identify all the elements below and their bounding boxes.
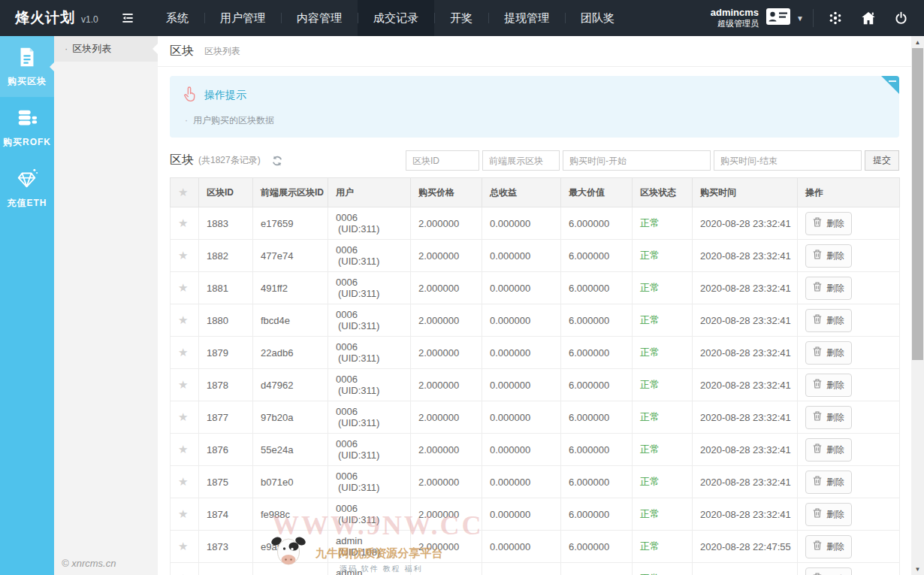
cell-price: 2.000000 bbox=[411, 272, 482, 304]
collapse-menu-icon[interactable] bbox=[120, 11, 135, 26]
vertical-scrollbar[interactable]: ▲ ▼ bbox=[911, 36, 924, 575]
user-dropdown[interactable]: admincms 超级管理员 ▼ bbox=[711, 7, 813, 29]
favorite-star-icon[interactable]: ★ bbox=[178, 410, 188, 423]
cell-user: 0006 bbox=[336, 244, 403, 256]
collapse-corner-button[interactable] bbox=[881, 76, 899, 94]
front-id-input[interactable] bbox=[482, 150, 560, 171]
favorite-star-icon[interactable]: ★ bbox=[178, 313, 188, 326]
cell-max-value: 6.000000 bbox=[561, 531, 633, 563]
cell-max-value: 6.000000 bbox=[561, 498, 633, 531]
favorite-star-icon[interactable]: ★ bbox=[178, 346, 188, 359]
menu-item[interactable]: 系统 bbox=[150, 0, 204, 36]
favorite-star-icon[interactable]: ★ bbox=[178, 249, 188, 262]
status-badge: 正常 bbox=[640, 540, 660, 552]
cell-income: 0.000000 bbox=[482, 337, 561, 369]
sidebar-item-buy-rofk[interactable]: 购买ROFK bbox=[0, 97, 54, 158]
id-card-icon bbox=[765, 7, 791, 29]
favorite-star-icon[interactable]: ★ bbox=[178, 507, 188, 520]
record-count: (共1827条记录) bbox=[198, 154, 261, 167]
cell-income: 0.000000 bbox=[482, 369, 561, 401]
delete-button[interactable]: 删除 bbox=[805, 309, 852, 332]
scroll-up-arrow[interactable]: ▲ bbox=[911, 36, 924, 48]
block-id-input[interactable] bbox=[406, 150, 479, 171]
time-start-input[interactable] bbox=[563, 150, 711, 171]
sidebar-item-buy-block[interactable]: 购买区块 bbox=[0, 36, 54, 97]
cell-front-id: 34e53a bbox=[253, 563, 328, 575]
time-end-input[interactable] bbox=[714, 150, 862, 171]
cell-max-value: 6.000000 bbox=[561, 240, 633, 272]
chevron-down-icon: ▼ bbox=[796, 14, 804, 23]
sidebar-item-recharge-eth[interactable]: 充值ETH bbox=[0, 158, 54, 219]
trash-icon bbox=[813, 540, 822, 552]
delete-button[interactable]: 删除 bbox=[805, 341, 852, 365]
cell-block-id: 1881 bbox=[199, 272, 253, 304]
delete-button[interactable]: 删除 bbox=[805, 212, 852, 235]
delete-button[interactable]: 删除 bbox=[805, 277, 852, 300]
breadcrumb: 区块 区块列表 bbox=[158, 36, 911, 67]
minus-icon bbox=[889, 80, 896, 82]
status-badge: 正常 bbox=[640, 443, 660, 455]
scrollbar-thumb[interactable] bbox=[912, 48, 923, 360]
favorite-star-icon[interactable]: ★ bbox=[178, 216, 188, 229]
cell-block-id: 1877 bbox=[199, 401, 253, 434]
delete-button[interactable]: 删除 bbox=[805, 471, 852, 494]
refresh-icon[interactable] bbox=[271, 155, 283, 167]
clear-cache-icon[interactable] bbox=[827, 10, 844, 26]
cell-max-value: 6.000000 bbox=[561, 272, 633, 304]
app-version: v1.0 bbox=[81, 14, 98, 25]
diamond-icon bbox=[16, 180, 38, 192]
cell-front-id: 477e74 bbox=[253, 240, 328, 272]
cell-uid: (UID:311) bbox=[336, 482, 403, 493]
hand-pointer-icon bbox=[182, 86, 197, 105]
submit-button[interactable]: 提交 bbox=[865, 150, 899, 171]
menu-item[interactable]: 内容管理 bbox=[281, 0, 358, 36]
favorite-star-icon[interactable]: ★ bbox=[178, 443, 188, 455]
divider bbox=[813, 9, 814, 27]
blocks-table: ★ 区块ID前端展示区块ID用户购买价格总收益最大价值区块状态购买时间操作 ★ … bbox=[170, 177, 900, 575]
cell-front-id: 22adb6 bbox=[253, 337, 328, 369]
favorite-star-icon[interactable]: ★ bbox=[178, 281, 188, 294]
cell-time: 2020-08-28 23:32:41 bbox=[693, 401, 798, 434]
delete-button[interactable]: 删除 bbox=[805, 567, 852, 575]
delete-button[interactable]: 删除 bbox=[805, 406, 852, 429]
cell-user: 0006 bbox=[336, 341, 403, 353]
database-icon bbox=[16, 119, 38, 132]
menu-item[interactable]: 开奖 bbox=[434, 0, 488, 36]
column-header: 购买价格 bbox=[411, 178, 482, 207]
menu-item[interactable]: 团队奖 bbox=[565, 0, 630, 36]
cell-max-value: 6.000000 bbox=[561, 369, 633, 401]
cell-max-value: 6.000000 bbox=[561, 434, 633, 466]
favorite-star-icon[interactable]: ★ bbox=[178, 378, 188, 391]
menu-item[interactable]: 提现管理 bbox=[488, 0, 565, 36]
tip-line: ·用户购买的区块数据 bbox=[182, 114, 887, 127]
user-name: admincms bbox=[711, 7, 759, 19]
delete-button[interactable]: 删除 bbox=[805, 438, 852, 462]
operation-tip-box: 操作提示 ·用户购买的区块数据 bbox=[170, 76, 899, 138]
delete-button[interactable]: 删除 bbox=[805, 535, 852, 558]
cell-max-value: 6.000000 bbox=[561, 563, 633, 575]
cell-income: 0.000000 bbox=[482, 240, 561, 272]
menu-item[interactable]: 用户管理 bbox=[204, 0, 281, 36]
cell-user: 0006 bbox=[336, 277, 403, 288]
cell-uid: (UID:311) bbox=[336, 320, 403, 331]
home-icon[interactable] bbox=[860, 10, 877, 26]
table-row: ★ 1874 fe988c 0006 (UID:311) 2.000000 0.… bbox=[171, 498, 900, 531]
cell-block-id: 1883 bbox=[199, 207, 253, 240]
trash-icon bbox=[813, 476, 822, 488]
cell-uid: (UID:311) bbox=[336, 449, 403, 461]
table-toolbar: 区块 (共1827条记录) 提交 bbox=[158, 145, 911, 177]
scroll-down-arrow[interactable]: ▼ bbox=[911, 563, 924, 575]
logout-power-icon[interactable] bbox=[893, 11, 909, 26]
delete-button[interactable]: 删除 bbox=[805, 374, 852, 397]
delete-button[interactable]: 删除 bbox=[805, 503, 852, 526]
submenu-item-block-list[interactable]: ·区块列表 bbox=[54, 36, 158, 62]
favorite-star-icon[interactable]: ★ bbox=[178, 572, 188, 575]
menu-item[interactable]: 成交记录 bbox=[358, 0, 434, 36]
cell-uid: (UID:311) bbox=[336, 288, 403, 299]
favorite-star-icon[interactable]: ★ bbox=[178, 540, 188, 552]
cell-time: 2020-08-28 23:32:41 bbox=[693, 272, 798, 304]
favorite-star-icon[interactable]: ★ bbox=[178, 475, 188, 488]
primary-sidebar: 购买区块 购买ROFK 充值ETH bbox=[0, 36, 54, 575]
cell-price: 2.000000 bbox=[411, 531, 482, 563]
delete-button[interactable]: 删除 bbox=[805, 244, 852, 268]
